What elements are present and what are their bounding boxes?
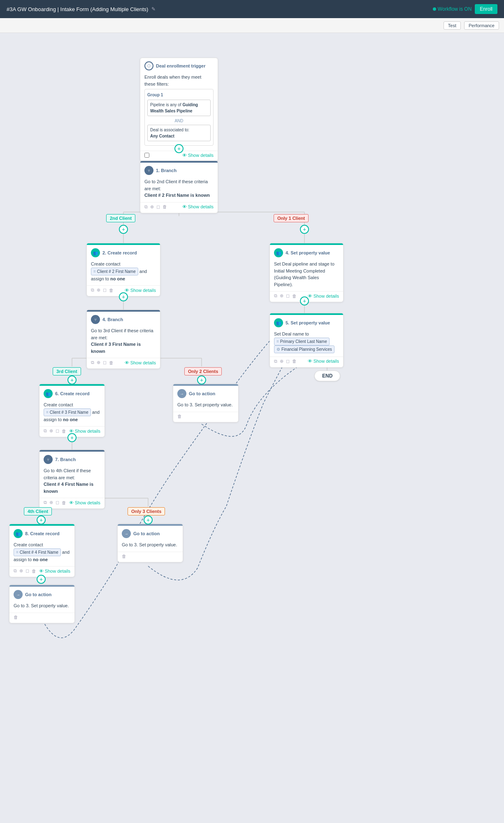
- goto3-card: → Go to action Go to 3. Set property val…: [9, 585, 75, 623]
- goto3-icon: →: [14, 590, 23, 599]
- branch1-text: Go to 2nd Client if these criteria are m…: [144, 179, 208, 191]
- trigger-checkbox[interactable]: [144, 153, 149, 158]
- delete-icon-g1[interactable]: 🗑: [177, 414, 182, 419]
- trigger-icon: ⬡: [144, 61, 153, 70]
- node6-actions: ⧉ ⊕ ◻ 🗑: [44, 428, 66, 434]
- plus-btn-only1[interactable]: +: [300, 225, 309, 234]
- copy-icon-n7[interactable]: ⧉: [44, 500, 47, 505]
- node8-card: 👥 8. Create record Create contact =Clien…: [9, 524, 75, 577]
- plus-btn-n8[interactable]: +: [37, 575, 46, 584]
- filter1-text: Pipeline is any of: [150, 103, 181, 107]
- plus-btn-only3[interactable]: +: [144, 515, 153, 525]
- eye-icon-n4: 👁: [125, 360, 129, 365]
- move-icon-n2[interactable]: ⊕: [97, 287, 100, 293]
- copy-icon-n3a[interactable]: ⧉: [274, 293, 277, 298]
- dup-icon-n5[interactable]: ◻: [286, 359, 290, 364]
- dup-icon-n4[interactable]: ◻: [103, 360, 107, 365]
- dup-icon-n6[interactable]: ◻: [56, 428, 59, 434]
- delete-icon-n2[interactable]: 🗑: [109, 288, 114, 293]
- plus-btn-2nd[interactable]: +: [119, 225, 128, 234]
- copy-icon-n8[interactable]: ⧉: [14, 568, 17, 574]
- delete-icon-n7[interactable]: 🗑: [62, 500, 66, 505]
- copy-icon-n6[interactable]: ⧉: [44, 428, 47, 434]
- plus-btn-3rd[interactable]: +: [67, 375, 77, 385]
- test-button[interactable]: Test: [444, 21, 461, 30]
- move-icon[interactable]: ⊕: [150, 204, 154, 210]
- plus-btn-1[interactable]: +: [174, 144, 183, 153]
- eye-icon-b1: 👁: [182, 204, 187, 209]
- delete-icon-n8[interactable]: 🗑: [32, 569, 36, 574]
- branch1-show-details[interactable]: 👁 Show details: [182, 204, 214, 209]
- dup-icon-n7[interactable]: ◻: [56, 500, 59, 505]
- delete-icon-g3[interactable]: 🗑: [14, 615, 18, 620]
- branch1-card: ⑂ 1. Branch Go to 2nd Client if these cr…: [140, 161, 218, 213]
- toolbar: Test Performance: [0, 18, 504, 33]
- node5-title: 5. Set property value: [286, 320, 330, 325]
- delete-icon-g2[interactable]: 🗑: [122, 554, 126, 559]
- node2-card: 👥 2. Create record Create contact =Clien…: [86, 243, 160, 296]
- delete-icon-n3a[interactable]: 🗑: [292, 294, 297, 298]
- node2-title: 2. Create record: [102, 250, 137, 255]
- node4-actions: ⧉ ⊕ ◻ 🗑: [91, 360, 114, 365]
- branch1-title: 1. Branch: [156, 168, 177, 173]
- dup-icon-n3a[interactable]: ◻: [286, 293, 290, 298]
- node3a-actions: ⧉ ⊕ ◻ 🗑: [274, 293, 297, 298]
- node6-header: 👥 6. Create record: [39, 386, 105, 400]
- node7-show-details[interactable]: 👁 Show details: [69, 500, 100, 505]
- node7-card: ⑂ 7. Branch Go to 4th Client if these cr…: [39, 450, 105, 509]
- goto1-body: Go to 3. Set property value.: [173, 400, 238, 412]
- node5-footer: ⧉ ⊕ ◻ 🗑 👁 Show details: [270, 357, 343, 367]
- move-icon-n8[interactable]: ⊕: [19, 568, 23, 574]
- filter2-bold: Any Contact: [150, 134, 174, 138]
- dup-icon-n2[interactable]: ◻: [103, 287, 107, 293]
- plus-btn-n2[interactable]: +: [119, 292, 128, 301]
- plus-btn-n3a[interactable]: +: [300, 296, 309, 305]
- delete-icon-n6[interactable]: 🗑: [62, 429, 66, 434]
- copy-icon-n2[interactable]: ⧉: [91, 287, 94, 293]
- delete-icon[interactable]: 🗑: [163, 204, 167, 209]
- status-text: Workflow is ON: [438, 6, 471, 12]
- node4-icon: ⑂: [91, 315, 100, 324]
- delete-icon-n5[interactable]: 🗑: [292, 359, 297, 364]
- node5-show-details[interactable]: 👁 Show details: [308, 359, 339, 364]
- node5-body: Set Deal name to =Primary Client Last Na…: [270, 329, 343, 357]
- node4-show-details[interactable]: 👁 Show details: [125, 360, 156, 365]
- plus-btn-n6[interactable]: +: [67, 433, 77, 442]
- node4-title: 4. Branch: [102, 317, 123, 322]
- copy-icon-n4[interactable]: ⧉: [91, 360, 94, 365]
- move-icon-n5[interactable]: ⊕: [280, 359, 283, 364]
- copy-icon[interactable]: ⧉: [144, 204, 148, 210]
- trigger-show-details[interactable]: 👁 Show details: [182, 153, 214, 158]
- branch1-header: ⑂ 1. Branch: [140, 163, 218, 177]
- enroll-button[interactable]: Enroll: [475, 4, 497, 14]
- node3a-header: 👥 4. Set property value: [270, 245, 343, 259]
- move-icon-n7[interactable]: ⊕: [49, 500, 53, 505]
- filter2: Deal is associated to: Any Contact: [147, 125, 211, 141]
- node4-card: ⑂ 4. Branch Go to 3rd Client if these cr…: [86, 310, 160, 369]
- node8-body: Create contact =Client # 4 First Name an…: [9, 540, 74, 566]
- node2-tag: =Client # 2 First Name: [91, 268, 138, 275]
- node2-header: 👥 2. Create record: [87, 245, 160, 259]
- plus-btn-only2[interactable]: +: [197, 375, 206, 385]
- node3a-show-details[interactable]: 👁 Show details: [308, 294, 339, 298]
- node5-tag1: =Primary Client Last Name: [274, 338, 330, 345]
- plus-btn-4th[interactable]: +: [37, 515, 46, 525]
- dup-icon[interactable]: ◻: [156, 204, 160, 210]
- node5-tag2: ⚙Financial Planning Services: [274, 345, 334, 353]
- move-icon-n6[interactable]: ⊕: [49, 428, 53, 434]
- performance-button[interactable]: Performance: [464, 21, 499, 30]
- eye-icon-n8: 👁: [39, 569, 44, 574]
- node2-show-details[interactable]: 👁 Show details: [125, 288, 156, 293]
- edit-icon[interactable]: ✎: [151, 6, 156, 12]
- dup-icon-n8[interactable]: ◻: [26, 568, 29, 574]
- move-icon-n4[interactable]: ⊕: [97, 360, 100, 365]
- node8-show-details[interactable]: 👁 Show details: [39, 569, 70, 574]
- move-icon-n3a[interactable]: ⊕: [280, 293, 283, 298]
- copy-icon-n5[interactable]: ⧉: [274, 359, 277, 364]
- node4-body: Go to 3rd Client if these criteria are m…: [87, 326, 160, 358]
- delete-icon-n4[interactable]: 🗑: [109, 360, 114, 365]
- node6-show-details[interactable]: 👁 Show details: [69, 429, 100, 434]
- node8-tag: =Client # 4 First Name: [14, 548, 61, 556]
- node7-body: Go to 4th Client if these criteria are m…: [39, 466, 105, 498]
- goto1-actions: 🗑: [177, 414, 182, 419]
